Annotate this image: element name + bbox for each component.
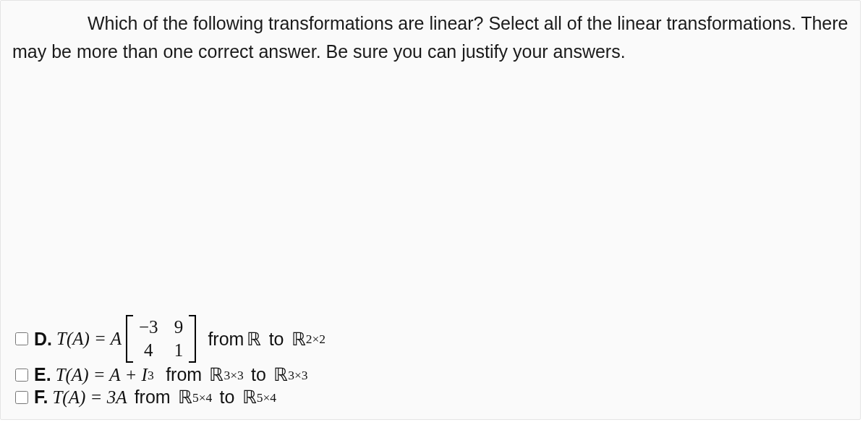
matrix-cell-11: −3 (139, 316, 158, 338)
option-d-matrix: −3 9 4 1 (126, 315, 196, 363)
from-label: from (135, 387, 171, 408)
option-d-letter: D. (34, 329, 52, 350)
real-symbol: ℝ (178, 387, 192, 408)
option-d-expr-prefix: T(A) = A (56, 329, 122, 349)
real-symbol: ℝ (209, 364, 224, 385)
option-f-row: F. T(A) = 3A from ℝ5×4 to ℝ5×4 (12, 387, 721, 408)
option-d-checkbox[interactable] (15, 332, 28, 345)
real-symbol: ℝ (273, 364, 288, 385)
to-label: to (220, 387, 235, 408)
option-e-letter: E. (34, 364, 51, 385)
real-symbol: ℝ (242, 387, 257, 408)
blank-area (12, 72, 848, 224)
matrix-cell-22: 1 (174, 340, 184, 361)
from-label: from (208, 329, 244, 350)
option-f-label: F. T(A) = 3A from ℝ5×4 to ℝ5×4 (34, 387, 276, 408)
option-e-expr: T(A) = A + I (56, 365, 148, 385)
to-label: to (251, 364, 266, 385)
question-text: Which of the following transformations a… (12, 9, 848, 66)
real-symbol: ℝ (292, 329, 306, 350)
option-e-label: E. T(A) = A + I3 from ℝ3×3 to ℝ3×3 (34, 364, 308, 385)
option-e-row: E. T(A) = A + I3 from ℝ3×3 to ℝ3×3 (12, 364, 721, 385)
option-f-expr: T(A) = 3A (52, 387, 127, 408)
option-d-row: D. T(A) = A −3 9 4 1 from ℝ to (12, 315, 721, 363)
question-card: Which of the following transformations a… (0, 0, 861, 420)
option-d-label: D. T(A) = A −3 9 4 1 from ℝ to (34, 315, 326, 363)
option-f-letter: F. (34, 387, 48, 408)
to-label: to (269, 329, 284, 350)
from-label: from (166, 364, 202, 385)
matrix-cell-21: 4 (139, 340, 158, 361)
option-f-checkbox[interactable] (15, 391, 28, 404)
matrix-cell-12: 9 (174, 316, 184, 338)
options-area: D. T(A) = A −3 9 4 1 from ℝ to (12, 314, 721, 409)
option-e-checkbox[interactable] (15, 369, 28, 382)
real-symbol: ℝ (247, 329, 261, 350)
